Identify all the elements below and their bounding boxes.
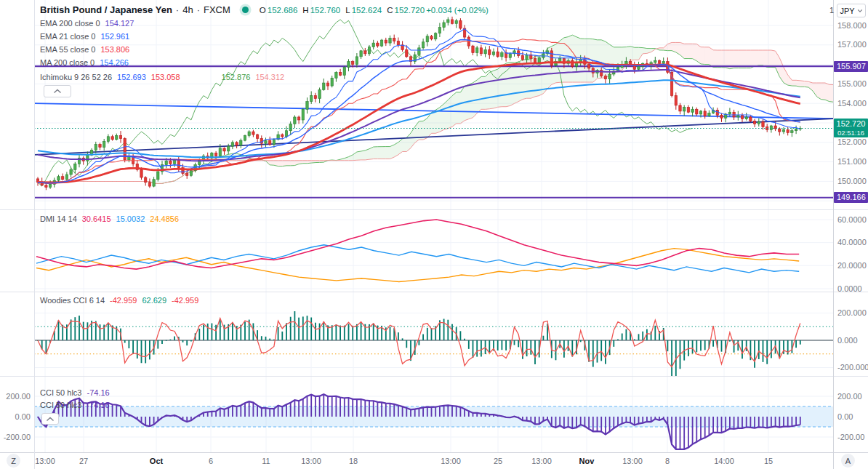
indicator-legend-row[interactable]: CCI 50 hlc3-74.16 bbox=[40, 388, 110, 398]
indicator-value: -42.959 bbox=[172, 296, 198, 305]
indicator-name: EMA 21 close 0 bbox=[40, 32, 95, 41]
indicator-name: DMI 14 14 bbox=[40, 215, 77, 223]
indicator-legend-row[interactable]: DMI 14 1430.641515.003224.4856 bbox=[40, 214, 179, 224]
indicator-legend-row[interactable]: Woodies CCI 6 14-42.95962.629-42.959 bbox=[40, 295, 198, 305]
separator-dot: · bbox=[197, 4, 200, 15]
price-axis-label: 152.000 bbox=[837, 137, 867, 147]
collapse-cci-button[interactable] bbox=[41, 413, 59, 425]
indicator-legend-row[interactable]: Ichimoku 9 26 52 26152.693153.058152.876… bbox=[40, 72, 284, 82]
woodies-histogram bbox=[37, 311, 801, 384]
axis-corner-text: 1 bbox=[829, 6, 834, 15]
chevron-down-icon bbox=[857, 9, 863, 13]
indicator-value: 24.4856 bbox=[150, 215, 179, 223]
time-axis-label[interactable]: 18 bbox=[349, 457, 358, 465]
woodies-axis-label: -200.000 bbox=[837, 363, 868, 372]
pane-separators bbox=[0, 0, 868, 469]
symbol-legend[interactable]: British Pound / Japanese Yen · 4h · FXCM… bbox=[40, 4, 489, 15]
indicator-name: EMA 200 close 0 bbox=[40, 19, 100, 28]
time-axis-label[interactable]: 14:00 bbox=[714, 457, 734, 465]
time-axis-label[interactable]: 27 bbox=[79, 457, 88, 465]
exchange-label: FXCM bbox=[204, 4, 230, 15]
high-value: 152.760 bbox=[310, 6, 341, 15]
indicator-value: 154.312 bbox=[255, 73, 284, 81]
price-axis-label: 150.000 bbox=[837, 177, 867, 186]
indicator-legend-row[interactable]: EMA 55 close 0153.806 bbox=[40, 44, 129, 55]
interval-label: 4h bbox=[182, 4, 193, 15]
last-price-badge: 152.72002:51:16 bbox=[834, 119, 868, 137]
indicator-value: 153.806 bbox=[100, 45, 129, 54]
price-axis-label: 151.000 bbox=[837, 157, 867, 167]
indicator-legend-row[interactable]: CCI 50 hlc3-74.16 bbox=[40, 400, 110, 410]
time-axis-label[interactable]: 13:00 bbox=[301, 457, 321, 465]
indicator-name: Ichimoku 9 26 52 26 bbox=[40, 73, 112, 81]
chevron-up-icon bbox=[46, 417, 55, 422]
bar-countdown: 02:51:16 bbox=[834, 129, 868, 137]
high-label: H bbox=[302, 6, 308, 15]
indicator-value: 62.629 bbox=[142, 296, 166, 305]
symbol-title: British Pound / Japanese Yen bbox=[40, 4, 172, 15]
separator-dot: · bbox=[176, 4, 179, 15]
currency-label: JPY bbox=[840, 7, 854, 15]
close-value: 152.720 bbox=[395, 6, 425, 15]
close-label: C bbox=[387, 6, 393, 15]
open-value: 152.686 bbox=[268, 6, 298, 15]
time-axis-label[interactable]: 15 bbox=[764, 457, 773, 465]
low-label: L bbox=[345, 6, 350, 15]
time-axis-label[interactable]: 13:00 bbox=[622, 457, 643, 465]
price-axis-label: 158.000 bbox=[837, 21, 867, 31]
indicator-value: -74.16 bbox=[87, 388, 109, 397]
time-axis-label[interactable]: Oct bbox=[150, 457, 163, 465]
indicator-value: 15.0032 bbox=[116, 215, 145, 223]
time-axis-label[interactable]: 11 bbox=[262, 457, 270, 465]
indicator-value: 153.058 bbox=[151, 73, 180, 81]
indicator-value: 152.961 bbox=[100, 32, 129, 41]
cci-axis-label-left: -200.00 bbox=[1, 433, 31, 442]
cci-axis-label: 0.00 bbox=[837, 412, 853, 422]
dmi-axis-label: 20.0000 bbox=[837, 261, 867, 270]
time-axis-label[interactable]: 25 bbox=[494, 457, 502, 465]
indicator-value: 154.127 bbox=[105, 19, 134, 28]
timezone-button[interactable]: Z bbox=[7, 454, 20, 468]
price-level-badge: 149.166 bbox=[834, 192, 868, 203]
indicator-name: CCI 50 hlc3 bbox=[40, 401, 81, 409]
time-axis-label[interactable]: Nov bbox=[579, 457, 595, 465]
indicator-legend-row[interactable]: EMA 21 close 0152.961 bbox=[40, 31, 129, 41]
indicator-name: CCI 50 hlc3 bbox=[40, 388, 81, 397]
indicator-value: -74.16 bbox=[87, 401, 109, 409]
time-axis-label[interactable]: 13:00 bbox=[441, 457, 461, 465]
cci-axis-label: -200.00 bbox=[837, 433, 864, 442]
woodies-cci-pane bbox=[34, 311, 833, 384]
auto-scale-button[interactable]: A bbox=[841, 454, 855, 468]
cci-axis-label: 200.00 bbox=[837, 392, 862, 401]
time-axis-label[interactable]: 8 bbox=[665, 457, 670, 465]
cci50-pane bbox=[34, 394, 833, 449]
cci-axis-label-left: 0.00 bbox=[1, 412, 31, 422]
indicator-name: EMA 55 close 0 bbox=[40, 45, 95, 54]
price-axis-label: 154.000 bbox=[837, 99, 867, 108]
cci-axis-label-left: 200.00 bbox=[1, 392, 31, 401]
time-axis-label[interactable]: 6 bbox=[209, 457, 213, 465]
indicator-value: 30.6415 bbox=[82, 215, 111, 223]
dmi-axis-label: 0.0000 bbox=[837, 284, 862, 294]
time-axis-label[interactable]: 13:00 bbox=[531, 457, 552, 465]
dmi-axis-label: 40.0000 bbox=[837, 238, 867, 247]
low-value: 152.624 bbox=[352, 6, 382, 15]
time-axis-label[interactable]: 13:00 bbox=[35, 457, 55, 465]
dmi-pane bbox=[36, 220, 799, 281]
open-label: O bbox=[260, 6, 266, 15]
woodies-axis-label: 0.000 bbox=[837, 336, 858, 345]
indicator-value: 152.876 bbox=[222, 73, 251, 81]
price-axis-label: 157.000 bbox=[837, 40, 867, 49]
indicator-name: Woodies CCI 6 14 bbox=[40, 296, 105, 305]
currency-selector-button[interactable]: JPY bbox=[837, 4, 866, 17]
chart-window: 158.000157.000155.000154.000153.000152.0… bbox=[0, 0, 868, 469]
collapse-indicators-button[interactable] bbox=[44, 85, 71, 97]
indicator-legend-row[interactable]: MA 200 close 0154.266 bbox=[40, 57, 129, 68]
last-price-value: 152.720 bbox=[834, 119, 868, 129]
chevron-up-icon bbox=[53, 89, 62, 94]
grid-lines bbox=[34, 0, 833, 452]
chart-canvas[interactable] bbox=[0, 0, 868, 469]
indicator-legend-row[interactable]: EMA 200 close 0154.127 bbox=[40, 18, 134, 28]
indicator-value: 152.693 bbox=[117, 73, 146, 81]
indicator-name: MA 200 close 0 bbox=[40, 58, 95, 67]
